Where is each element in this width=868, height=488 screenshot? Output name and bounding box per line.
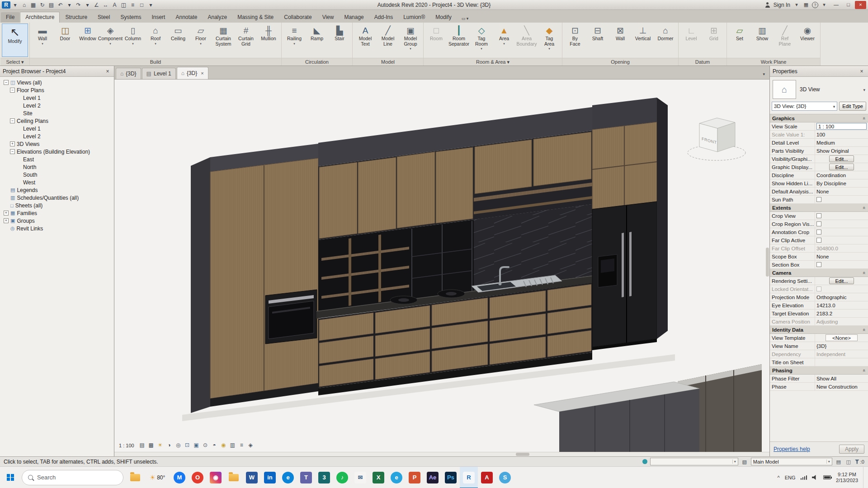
- ribbon-button-model-group[interactable]: ▣ModelGroup▾: [399, 23, 422, 57]
- taskbar-app-weather[interactable]: ☀80°: [144, 467, 170, 488]
- minimize-button[interactable]: —: [830, 1, 842, 9]
- show-crop-icon[interactable]: ▣: [193, 441, 200, 449]
- tree-item-south[interactable]: South: [1, 171, 114, 178]
- undo-icon[interactable]: ↶: [56, 1, 65, 9]
- edit-button[interactable]: Edit...: [829, 277, 854, 284]
- taskbar-app-word[interactable]: W: [243, 467, 261, 488]
- taskbar-app-file-explorer[interactable]: [126, 467, 144, 488]
- properties-help-link[interactable]: Properties help: [774, 446, 810, 452]
- press-drag-icon[interactable]: ◫: [845, 458, 852, 465]
- taskbar-app-mail[interactable]: ✉: [351, 467, 369, 488]
- volume-icon[interactable]: [812, 475, 818, 480]
- ribbon-button-ceiling[interactable]: ▭Ceiling: [167, 23, 189, 57]
- locked-orientat-checkbox[interactable]: [816, 286, 821, 291]
- taskbar-app-acrobat[interactable]: A: [478, 467, 496, 488]
- tree-item-legends[interactable]: ▤Legends: [1, 186, 114, 194]
- lock-3d-view-icon[interactable]: ⊙: [202, 441, 209, 449]
- tree-item-level-1[interactable]: Level 1: [1, 125, 114, 132]
- taskbar-app-powerpoint[interactable]: P: [406, 467, 424, 488]
- view-scale-input[interactable]: 1 : 100: [816, 123, 867, 130]
- taskbar-app-photoshop[interactable]: Ps: [442, 467, 460, 488]
- save-icon[interactable]: ▦: [29, 1, 38, 9]
- displacement-sets-icon[interactable]: ◈: [247, 441, 255, 449]
- ribbon-button-viewer[interactable]: ◉Viewer: [796, 23, 819, 57]
- crop-view-icon[interactable]: ⊡: [184, 441, 191, 449]
- ribbon-tab-file[interactable]: File: [1, 12, 19, 23]
- tree-item-west[interactable]: West: [1, 178, 114, 186]
- ribbon-tab-add-ins[interactable]: Add-Ins: [369, 12, 398, 23]
- tree-item-schedules-quantities-all[interactable]: ▥Schedules/Quantities (all): [1, 194, 114, 202]
- taskbar-app-spotify[interactable]: ♪: [333, 467, 351, 488]
- sun-path-icon[interactable]: ☀: [156, 441, 164, 449]
- ribbon-button-railing[interactable]: ≡Railing▾: [283, 23, 306, 57]
- ribbon-button-show[interactable]: ▥Show: [751, 23, 774, 57]
- view-scale-control[interactable]: 1 : 100: [117, 442, 137, 449]
- view-tab-level-1-1[interactable]: ▤Level 1: [142, 68, 176, 79]
- tree-item-ceiling-plans[interactable]: −Ceiling Plans: [1, 117, 114, 125]
- panel-label-select[interactable]: Select ▾: [0, 58, 29, 66]
- ribbon-tab-insert[interactable]: Insert: [146, 12, 170, 23]
- ribbon-button-dormer[interactable]: ⌂Dormer: [654, 23, 677, 57]
- kitchen-3d-model[interactable]: FRONT: [114, 80, 769, 456]
- section-header-camera[interactable]: Camera«: [770, 269, 868, 277]
- collapse-icon[interactable]: «: [862, 369, 867, 371]
- view-tab-3d-0[interactable]: ⌂{3D}: [116, 68, 141, 79]
- close-properties-button[interactable]: ×: [858, 68, 865, 75]
- tree-item-level-1[interactable]: Level 1: [1, 94, 114, 102]
- redo-icon[interactable]: ↷: [74, 1, 83, 9]
- customize-qat-icon[interactable]: ▾: [146, 1, 155, 9]
- ribbon-button-by-face[interactable]: ⊡ByFace: [564, 23, 586, 57]
- shadows-icon[interactable]: ◑: [165, 441, 173, 449]
- panel-label-work-plane[interactable]: Work Plane: [727, 58, 820, 66]
- panel-label-circulation[interactable]: Circulation: [282, 58, 352, 66]
- horizontal-scrollbar-thumb[interactable]: [516, 453, 529, 456]
- exclude-options-icon[interactable]: ▤: [835, 458, 842, 465]
- store-icon[interactable]: ▦: [803, 2, 809, 8]
- view-tab-list-button[interactable]: ▾: [760, 72, 768, 79]
- taskbar-app-internet-explorer[interactable]: e: [387, 467, 406, 488]
- collapse-icon[interactable]: «: [862, 206, 867, 209]
- ribbon-button-room-separator[interactable]: ┃RoomSeparator: [448, 23, 470, 57]
- close-button[interactable]: ×: [855, 1, 866, 9]
- ribbon-tab-manage[interactable]: Manage: [339, 12, 368, 23]
- ribbon-button-model-line[interactable]: ╱ModelLine: [377, 23, 399, 57]
- crop-region-vis-checkbox[interactable]: [816, 221, 821, 226]
- tree-item-north[interactable]: North: [1, 163, 114, 171]
- ribbon-tab-lumion[interactable]: Lumion®: [398, 12, 430, 23]
- wifi-icon[interactable]: [801, 475, 807, 480]
- reveal-hidden-icon[interactable]: ◉: [220, 441, 227, 449]
- ribbon-button-stair[interactable]: ▙Stair: [328, 23, 351, 57]
- section-header-extents[interactable]: Extents«: [770, 204, 868, 212]
- ribbon-button-curtain-grid[interactable]: #CurtainGrid: [235, 23, 257, 57]
- analytical-model-icon[interactable]: ≡: [238, 441, 245, 449]
- taskbar-app-folder-2[interactable]: [225, 467, 243, 488]
- taskbar-app-linkedin[interactable]: in: [261, 467, 279, 488]
- sign-in-arrow-icon[interactable]: ▾: [793, 2, 800, 8]
- ribbon-tab-modify[interactable]: Modify: [430, 12, 456, 23]
- type-selector-arrow-icon[interactable]: [863, 86, 865, 93]
- tree-item-site[interactable]: Site: [1, 109, 114, 117]
- tree-item-elevations-building-elevation[interactable]: −Elevations (Building Elevation): [1, 148, 114, 155]
- tree-item-3d-views[interactable]: +3D Views: [1, 140, 114, 148]
- temporary-hide-isolate-icon[interactable]: ◓: [211, 441, 218, 449]
- ribbon-button-ramp[interactable]: ◣Ramp: [306, 23, 328, 57]
- collapse-icon[interactable]: «: [862, 328, 867, 331]
- taskbar-app-safari[interactable]: S: [496, 467, 514, 488]
- section-icon[interactable]: ◫: [119, 1, 128, 9]
- redo-arrow-icon[interactable]: ▾: [83, 1, 92, 9]
- ribbon-button-area-boundary[interactable]: ╲AreaBoundary: [515, 23, 538, 57]
- show-desktop-button[interactable]: [863, 467, 865, 488]
- ribbon-tab-annotate[interactable]: Annotate: [170, 12, 202, 23]
- taskbar-app-opera[interactable]: O: [189, 467, 207, 488]
- ribbon-button-ref-plane[interactable]: ╱RefPlane: [774, 23, 796, 57]
- ribbon-button-mullion[interactable]: ╫Mullion: [257, 23, 280, 57]
- view-template-value[interactable]: <None>: [826, 334, 858, 341]
- text-icon[interactable]: A: [110, 1, 119, 9]
- detail-level-icon[interactable]: ▤: [138, 441, 146, 449]
- ribbon-tab-massing-site[interactable]: Massing & Site: [232, 12, 278, 23]
- visual-style-icon[interactable]: ▩: [147, 441, 155, 449]
- horizontal-scrollbar[interactable]: [114, 452, 769, 456]
- ribbon-button-grid[interactable]: ⊞Grid: [703, 23, 725, 57]
- tree-item-revit-links[interactable]: ◎Revit Links: [1, 225, 114, 232]
- temporary-view-properties-icon[interactable]: ▥: [229, 441, 236, 449]
